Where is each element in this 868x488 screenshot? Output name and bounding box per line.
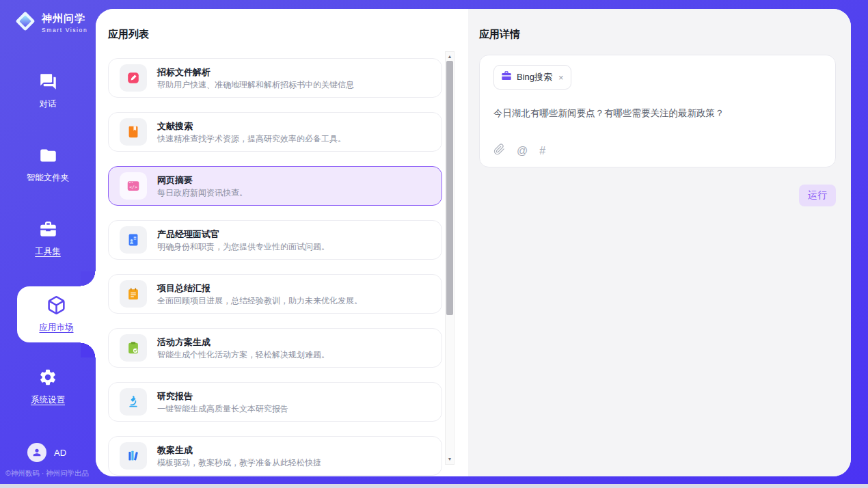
- person-icon: [31, 447, 42, 458]
- scrollbar-thumb[interactable]: [446, 61, 453, 315]
- notepad-icon: [120, 280, 147, 308]
- query-text[interactable]: 今日湖北有哪些新闻要点？有哪些需要关注的最新政策？: [493, 107, 822, 120]
- app-card-title: 网页摘要: [157, 176, 247, 185]
- sidebar-item-settings[interactable]: 系统设置: [0, 368, 96, 406]
- run-button[interactable]: 运行: [799, 185, 836, 206]
- app-card-desc: 一键智能生成高质量长文本研究报告: [157, 405, 288, 413]
- app-card-desc: 全面回顾项目进展，总结经验教训，助力未来优化发展。: [157, 297, 362, 305]
- app-card-research-report[interactable]: 研究报告 一键智能生成高质量长文本研究报告: [108, 382, 442, 422]
- app-card-title: 研究报告: [157, 392, 288, 401]
- user-label: AD: [54, 448, 66, 458]
- books-icon: [120, 442, 147, 470]
- sidebar-item-toolset[interactable]: 工具集: [0, 220, 96, 258]
- sidebar-item-label: 应用市场: [40, 322, 74, 334]
- scrollbar-down-icon[interactable]: ▼: [446, 455, 454, 464]
- brand-subtitle: Smart Vision: [42, 27, 87, 33]
- browser-code-icon: </>: [120, 172, 147, 200]
- briefcase-icon: [501, 70, 512, 84]
- folder-icon: [39, 146, 57, 167]
- app-card-title: 产品经理面试官: [157, 230, 329, 239]
- app-window: 神州问学 Smart Vision 对话 智能文件夹: [0, 0, 868, 484]
- app-detail-title: 应用详情: [479, 28, 836, 41]
- mention-icon[interactable]: @: [517, 145, 528, 157]
- app-card-desc: 明确身份和职责，为您提供专业性的面试问题。: [157, 243, 329, 251]
- app-card-title: 教案生成: [157, 446, 321, 455]
- diamond-logo-icon: [14, 10, 37, 36]
- sidebar-item-label: 对话: [40, 98, 57, 110]
- sidebar-item-smart-folders[interactable]: 智能文件夹: [0, 146, 96, 184]
- sidebar: 神州问学 Smart Vision 对话 智能文件夹: [0, 0, 96, 484]
- app-card-web-summary[interactable]: </> 网页摘要 每日政府新闻资讯快查。: [108, 166, 442, 206]
- toolbox-icon: [39, 220, 57, 241]
- microscope-icon: [120, 388, 147, 416]
- app-list-scrollbar[interactable]: ▲ ▼: [445, 51, 455, 465]
- app-card-desc: 快速精准查找学术资源，提高研究效率的必备工具。: [157, 135, 346, 143]
- app-card-title: 项目总结汇报: [157, 284, 362, 293]
- app-card-desc: 模板驱动，教案秒成，教学准备从此轻松快捷: [157, 459, 321, 467]
- app-card-event-plan[interactable]: 活动方案生成 智能生成个性化活动方案，轻松解决规划难题。: [108, 328, 442, 368]
- brand-name: 神州问学: [42, 12, 87, 25]
- scrollbar-up-icon[interactable]: ▲: [446, 52, 454, 62]
- sidebar-footer: ©神州数码 · 神州问学出品: [5, 469, 89, 478]
- app-card-title: 招标文件解析: [157, 68, 354, 77]
- clipboard-check-icon: [120, 334, 147, 362]
- app-card-tender-parse[interactable]: 招标文件解析 帮助用户快速、准确地理解和解析招标书中的关键信息: [108, 58, 442, 98]
- chat-icon: [39, 72, 57, 94]
- tool-tag-bing-search[interactable]: Bing搜索 ×: [493, 65, 571, 90]
- main-content: 应用列表 招标文件解析 帮助用户快速、准确地理解和解析招标书中的关键信息: [96, 9, 851, 476]
- app-card-desc: 智能生成个性化活动方案，轻松解决规划难题。: [157, 351, 329, 359]
- cube-icon: [46, 295, 66, 318]
- book-icon: [120, 118, 147, 146]
- app-card-literature-search[interactable]: 文献搜索 快速精准查找学术资源，提高研究效率的必备工具。: [108, 112, 442, 152]
- brand-logo: 神州问学 Smart Vision: [14, 10, 87, 36]
- doc-edit-icon: [120, 64, 147, 92]
- app-card-desc: 帮助用户快速、准确地理解和解析招标书中的关键信息: [157, 81, 354, 89]
- sidebar-item-label: 系统设置: [31, 394, 65, 406]
- app-card-pm-interviewer[interactable]: 产品经理面试官 明确身份和职责，为您提供专业性的面试问题。: [108, 220, 442, 260]
- sidebar-item-label: 智能文件夹: [27, 172, 70, 184]
- sidebar-item-app-market[interactable]: 应用市场: [17, 286, 96, 342]
- app-card-lesson-plan[interactable]: 教案生成 模板驱动，教案秒成，教学准备从此轻松快捷: [108, 436, 442, 476]
- app-card-project-summary[interactable]: 项目总结汇报 全面回顾项目进展，总结经验教训，助力未来优化发展。: [108, 274, 442, 314]
- app-detail-panel: 应用详情 Bing搜索 × 今日湖北有哪些新闻要点？有哪些需要关注的最新政策？: [468, 9, 851, 476]
- app-card-list: 招标文件解析 帮助用户快速、准确地理解和解析招标书中的关键信息 文献搜索 快速精…: [108, 58, 442, 476]
- app-list-title: 应用列表: [108, 28, 442, 41]
- close-icon[interactable]: ×: [558, 72, 564, 83]
- svg-text:</>: </>: [129, 185, 137, 190]
- app-card-title: 文献搜索: [157, 122, 346, 131]
- interviewer-doc-icon: [120, 226, 147, 254]
- app-card-title: 活动方案生成: [157, 338, 329, 347]
- paperclip-icon[interactable]: [493, 144, 505, 158]
- app-list-panel: 应用列表 招标文件解析 帮助用户快速、准确地理解和解析招标书中的关键信息: [96, 9, 468, 476]
- avatar[interactable]: [27, 443, 46, 462]
- sidebar-item-label: 工具集: [35, 246, 61, 258]
- run-row: 运行: [479, 185, 836, 206]
- attachment-toolbar: @ #: [493, 144, 545, 158]
- tool-tag-label: Bing搜索: [517, 71, 552, 83]
- sidebar-item-chat[interactable]: 对话: [0, 72, 96, 110]
- user-row: AD: [27, 443, 66, 462]
- query-input-card[interactable]: Bing搜索 × 今日湖北有哪些新闻要点？有哪些需要关注的最新政策？ @ #: [479, 55, 836, 167]
- app-card-desc: 每日政府新闻资讯快查。: [157, 189, 247, 197]
- gear-icon: [38, 368, 57, 390]
- hash-icon[interactable]: #: [539, 145, 545, 157]
